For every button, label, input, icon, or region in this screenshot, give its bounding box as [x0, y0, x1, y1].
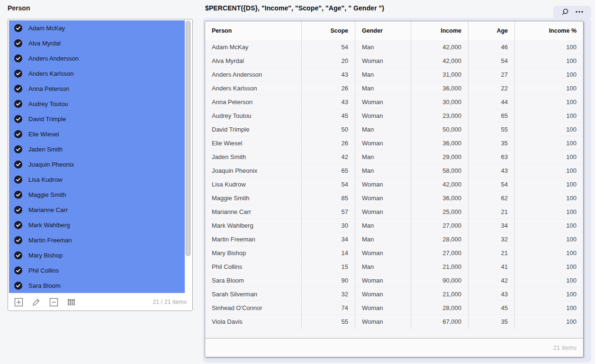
cell-person[interactable]: Elie Wiesel	[205, 136, 302, 150]
cell-scope[interactable]: 54	[302, 40, 355, 54]
cell-income[interactable]: 100	[515, 191, 583, 205]
cell-gender[interactable]: Woman	[355, 191, 411, 205]
cell-age[interactable]: 46	[469, 40, 515, 54]
column-header-age[interactable]: Age	[469, 21, 515, 40]
cell-scope[interactable]: 26	[302, 136, 355, 150]
cell-person[interactable]: Sara Bloom	[205, 274, 302, 287]
cell-income[interactable]: 100	[515, 150, 583, 164]
cell-person[interactable]: Sinhead O'Connor	[205, 301, 302, 315]
cell-income[interactable]: 100	[515, 274, 583, 287]
cell-income[interactable]: 100	[515, 123, 583, 136]
cell-gender[interactable]: Woman	[355, 301, 411, 315]
cell-income[interactable]: 27,000	[411, 246, 469, 260]
cell-income[interactable]: 100	[515, 301, 583, 315]
cell-income[interactable]: 36,000	[411, 136, 469, 150]
cell-gender[interactable]: Woman	[355, 109, 411, 123]
cell-income[interactable]: 100	[515, 178, 583, 191]
cell-gender[interactable]: Man	[355, 150, 411, 164]
cell-income[interactable]: 31,000	[411, 68, 469, 81]
cell-income[interactable]: 23,000	[411, 109, 469, 123]
cell-income[interactable]: 36,000	[411, 191, 469, 205]
cell-age[interactable]: 27	[469, 68, 515, 81]
cell-income[interactable]: 25,000	[411, 205, 469, 219]
edit-button[interactable]	[31, 297, 41, 307]
cell-gender[interactable]: Woman	[355, 178, 411, 191]
cell-person[interactable]: Alva Myrdal	[205, 54, 302, 68]
cell-age[interactable]: 43	[469, 164, 515, 178]
cell-income[interactable]: 27,000	[411, 219, 469, 232]
cell-income[interactable]: 90,000	[411, 274, 469, 287]
cell-gender[interactable]: Woman	[355, 274, 411, 287]
cell-person[interactable]: Marianne Carr	[205, 205, 302, 219]
cell-person[interactable]: Lisa Kudrow	[205, 178, 302, 191]
cell-person[interactable]: Mary Bishop	[205, 246, 302, 260]
list-item[interactable]: Sara Bloom	[9, 278, 185, 293]
list-item[interactable]: Phil Collins	[9, 263, 185, 278]
cell-gender[interactable]: Man	[355, 164, 411, 178]
cell-scope[interactable]: 90	[302, 274, 355, 287]
cell-income[interactable]: 100	[515, 81, 583, 95]
list-item[interactable]: Alva Myrdal	[9, 36, 185, 51]
cell-income[interactable]: 100	[515, 232, 583, 246]
cell-age[interactable]: 43	[469, 287, 515, 301]
list-item[interactable]: Elie Wiesel	[9, 126, 185, 142]
cell-age[interactable]: 35	[469, 315, 515, 328]
cell-age[interactable]: 32	[469, 232, 515, 246]
cell-scope[interactable]: 32	[302, 287, 355, 301]
cell-scope[interactable]: 43	[302, 68, 355, 81]
cell-scope[interactable]: 50	[302, 123, 355, 136]
list-item[interactable]: Anders Karlsson	[9, 66, 185, 81]
cell-age[interactable]: 55	[469, 123, 515, 136]
remove-button[interactable]	[49, 297, 58, 307]
cell-income[interactable]: 58,000	[411, 164, 469, 178]
column-header-person[interactable]: Person	[205, 21, 302, 40]
cell-income[interactable]: 100	[515, 40, 583, 54]
cell-gender[interactable]: Woman	[355, 287, 411, 301]
column-header-gender[interactable]: Gender	[355, 21, 411, 40]
cell-gender[interactable]: Man	[355, 68, 411, 81]
cell-gender[interactable]: Woman	[355, 205, 411, 219]
cell-person[interactable]: Anna Peterson	[205, 95, 302, 109]
cell-income[interactable]: 100	[515, 136, 583, 150]
cell-gender[interactable]: Woman	[355, 246, 411, 260]
list-item[interactable]: Adam McKay	[9, 20, 185, 36]
cell-scope[interactable]: 45	[302, 109, 355, 123]
cell-scope[interactable]: 30	[302, 219, 355, 232]
cell-person[interactable]: Viola Davis	[205, 315, 302, 328]
cell-person[interactable]: Anders Karlsson	[205, 81, 302, 95]
cell-income[interactable]: 36,000	[411, 81, 469, 95]
cell-income[interactable]: 42,000	[411, 54, 469, 68]
list-item[interactable]: Maggie Smith	[9, 187, 185, 202]
cell-income[interactable]: 100	[515, 164, 583, 178]
cell-income[interactable]: 28,000	[411, 301, 469, 315]
list-item[interactable]: Mary Bishop	[9, 248, 185, 263]
list-item[interactable]: Marianne Carr	[9, 202, 185, 217]
list-item[interactable]: Lisa Kudrow	[9, 172, 185, 187]
cell-income[interactable]: 100	[515, 246, 583, 260]
cell-age[interactable]: 62	[469, 191, 515, 205]
cell-person[interactable]: Mark Wahlberg	[205, 219, 302, 232]
cell-person[interactable]: Martin Freeman	[205, 232, 302, 246]
cell-income[interactable]: 21,000	[411, 287, 469, 301]
cell-person[interactable]: Anders Andersson	[205, 68, 302, 81]
cell-age[interactable]: 34	[469, 219, 515, 232]
cell-scope[interactable]: 20	[302, 54, 355, 68]
cell-income[interactable]: 100	[515, 219, 583, 232]
cell-scope[interactable]: 34	[302, 232, 355, 246]
cell-gender[interactable]: Man	[355, 260, 411, 274]
list-item[interactable]: Anders Andersson	[9, 51, 185, 66]
cell-age[interactable]: 35	[469, 136, 515, 150]
cell-income[interactable]: 50,000	[411, 123, 469, 136]
cell-scope[interactable]: 57	[302, 205, 355, 219]
cell-scope[interactable]: 14	[302, 246, 355, 260]
cell-income[interactable]: 100	[515, 315, 583, 328]
search-button[interactable]	[561, 8, 569, 16]
grid-view-button[interactable]	[66, 297, 76, 307]
cell-income[interactable]: 100	[515, 205, 583, 219]
cell-age[interactable]: 41	[469, 260, 515, 274]
cell-income[interactable]: 100	[515, 260, 583, 274]
cell-age[interactable]: 63	[469, 150, 515, 164]
cell-age[interactable]: 54	[469, 54, 515, 68]
cell-scope[interactable]: 15	[302, 260, 355, 274]
cell-scope[interactable]: 26	[302, 81, 355, 95]
